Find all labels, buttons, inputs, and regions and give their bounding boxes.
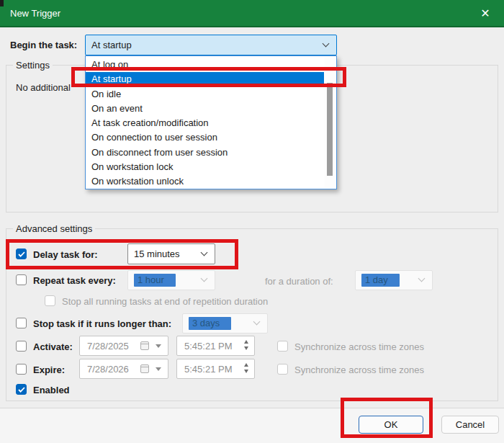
- dropdown-item-connection-user-session[interactable]: On connection to user session: [86, 130, 324, 145]
- title-bar: New Trigger ✕: [0, 0, 504, 27]
- expire-label: Expire:: [33, 364, 65, 375]
- dropdown-scrollbar-track[interactable]: [325, 57, 336, 188]
- delay-task-combobox[interactable]: 15 minutes: [127, 243, 215, 264]
- dropdown-item-at-log-on[interactable]: At log on: [86, 58, 324, 72]
- repeat-interval-combobox: 1 hour: [127, 270, 215, 290]
- new-trigger-dialog: New Trigger ✕ Begin the task: At startup…: [0, 0, 504, 443]
- activate-time-value: 5:45:21 PM: [184, 341, 233, 352]
- activate-sync-timezone-label: Synchronize across time zones: [294, 341, 424, 352]
- activate-time-spinner[interactable]: 5:45:21 PM: [176, 336, 255, 356]
- expire-checkbox[interactable]: [16, 364, 27, 375]
- repeat-task-checkbox[interactable]: [16, 274, 27, 285]
- stop-task-label: Stop task if it runs longer than:: [33, 318, 171, 329]
- begin-task-label: Begin the task:: [10, 40, 77, 50]
- begin-task-value: At startup: [91, 40, 132, 50]
- activate-label: Activate:: [33, 341, 73, 352]
- dropdown-item-on-an-event[interactable]: On an event: [86, 102, 324, 116]
- dropdown-item-workstation-lock[interactable]: On workstation lock: [86, 160, 324, 174]
- expire-sync-timezone-checkbox: [277, 364, 288, 375]
- chevron-down-icon: [418, 275, 426, 282]
- expire-time-value: 5:45:21 PM: [184, 364, 233, 375]
- checkmark-icon: [18, 251, 25, 257]
- advanced-settings-label: Advanced settings: [13, 223, 95, 234]
- dropdown-arrow-icon[interactable]: [156, 367, 161, 371]
- activate-sync-timezone-checkbox: [277, 341, 288, 352]
- spinner-arrows-icon[interactable]: [244, 363, 248, 373]
- delay-task-label: Delay task for:: [33, 249, 98, 260]
- spinner-arrows-icon[interactable]: [244, 340, 248, 350]
- activate-date-picker[interactable]: 7/28/2025: [79, 336, 168, 356]
- calendar-icon: [140, 341, 149, 350]
- footer-bar: OK Cancel: [0, 408, 504, 443]
- settings-group-label: Settings: [13, 60, 53, 71]
- chevron-down-icon: [253, 318, 261, 326]
- expire-sync-timezone-label: Synchronize across time zones: [294, 364, 424, 375]
- expire-date-picker[interactable]: 7/28/2026: [79, 359, 168, 379]
- duration-combobox: 1 day: [355, 270, 433, 290]
- delay-task-value: 15 minutes: [134, 249, 180, 259]
- repeat-interval-value: 1 hour: [134, 274, 176, 287]
- stop-task-duration-value: 3 days: [189, 317, 231, 330]
- ok-button[interactable]: OK: [359, 416, 423, 434]
- enabled-label: Enabled: [33, 385, 70, 395]
- stop-all-tasks-checkbox: [45, 295, 55, 306]
- repeat-task-label: Repeat task every:: [33, 275, 116, 286]
- stop-all-tasks-label: Stop all running tasks at end of repetit…: [62, 296, 268, 307]
- dropdown-item-on-idle[interactable]: On idle: [86, 87, 324, 102]
- window-title: New Trigger: [10, 8, 60, 19]
- activate-date-value: 7/28/2025: [87, 341, 129, 352]
- enabled-checkbox[interactable]: [16, 384, 27, 395]
- chevron-down-icon: [323, 40, 330, 47]
- chevron-down-icon: [201, 249, 208, 256]
- stop-task-duration-combobox: 3 days: [182, 313, 268, 334]
- dropdown-arrow-icon[interactable]: [156, 344, 161, 348]
- stop-task-checkbox[interactable]: [16, 318, 27, 328]
- dropdown-item-task-creation[interactable]: At task creation/modification: [86, 116, 324, 130]
- duration-value: 1 day: [361, 274, 400, 287]
- expire-date-value: 7/28/2026: [87, 364, 129, 375]
- settings-note: No additional: [16, 82, 71, 93]
- close-icon[interactable]: ✕: [477, 6, 494, 22]
- chevron-down-icon: [201, 275, 208, 282]
- expire-time-spinner[interactable]: 5:45:21 PM: [176, 359, 255, 379]
- begin-task-dropdown-list: At log on At startup On idle On an event…: [85, 55, 337, 189]
- duration-label: for a duration of:: [265, 276, 333, 287]
- dropdown-scrollbar-thumb[interactable]: [327, 83, 333, 176]
- begin-task-combobox[interactable]: At startup: [85, 35, 337, 55]
- dropdown-item-at-startup[interactable]: At startup: [86, 72, 324, 86]
- activate-checkbox[interactable]: [16, 341, 27, 352]
- dropdown-item-workstation-unlock[interactable]: On workstation unlock: [86, 174, 324, 189]
- calendar-icon: [140, 364, 149, 373]
- dropdown-item-disconnect-user-session[interactable]: On disconnect from user session: [86, 146, 324, 160]
- checkmark-icon: [18, 387, 25, 393]
- cancel-button[interactable]: Cancel: [441, 416, 499, 434]
- screen-corner-artifact: [0, 0, 4, 6]
- delay-task-checkbox[interactable]: [16, 249, 27, 259]
